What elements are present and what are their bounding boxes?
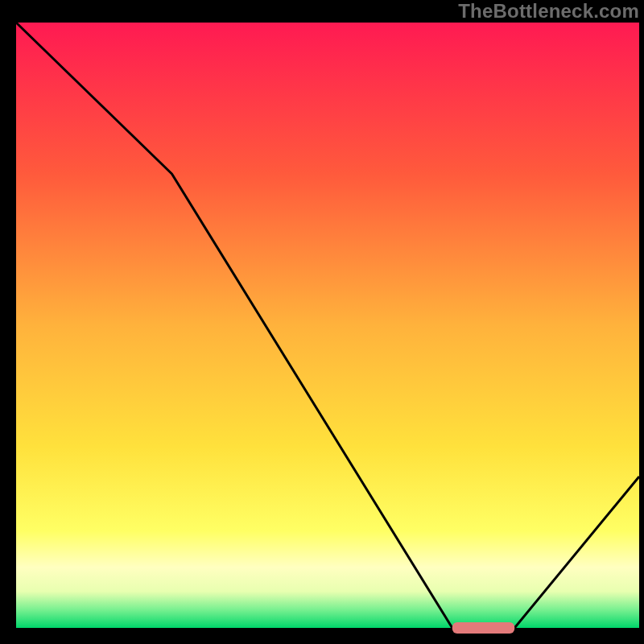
- axis-left: [0, 0, 16, 644]
- axis-right: [639, 0, 644, 644]
- bottleneck-chart: TheBottleneck.com: [0, 0, 644, 644]
- axis-bottom: [0, 628, 644, 644]
- watermark-text: TheBottleneck.com: [458, 0, 639, 23]
- chart-canvas: [0, 0, 644, 644]
- optimal-marker: [452, 622, 514, 634]
